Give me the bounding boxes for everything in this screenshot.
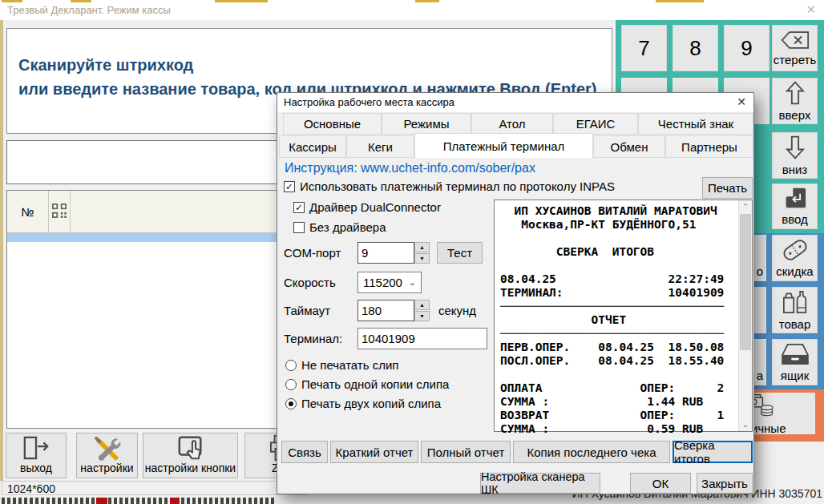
keypad-digit-8[interactable]: 8 xyxy=(673,25,718,71)
driver-label: Драйвер DualConnector xyxy=(309,200,441,214)
enter-label: ввод xyxy=(782,213,808,226)
scanner-settings-button[interactable]: Настройка сканера ШК xyxy=(480,473,600,494)
timeout-units: секунд xyxy=(438,304,476,317)
discount-pill-icon xyxy=(781,239,810,264)
arrow-down-icon xyxy=(785,135,806,163)
discount-label: скидка xyxy=(776,265,813,278)
terminal-input[interactable] xyxy=(357,328,487,349)
receipt-text: ИП ХУСАИНОВ ВИТАЛИЙ МАРАТОВИЧ Москва,ПР-… xyxy=(495,200,752,436)
top-edge-decoration xyxy=(71,0,91,2)
print-button[interactable]: Печать xyxy=(702,177,753,199)
terminal-label: Терминал: xyxy=(284,332,342,345)
radio-two-copies[interactable]: Печать двух копий слипа xyxy=(285,397,441,410)
spin-up-icon[interactable]: ▲ xyxy=(414,300,430,310)
tab-payment-terminal[interactable]: Платежный терминал xyxy=(414,133,593,158)
tab-rezhimy[interactable]: Режимы xyxy=(382,113,471,135)
button-settings-button[interactable]: настройки кнопки xyxy=(143,433,238,478)
scrollbar-thumb[interactable] xyxy=(740,214,751,350)
tab-atol[interactable]: Атол xyxy=(471,113,553,135)
connect-button[interactable]: Связь xyxy=(281,441,328,463)
tab-kegi[interactable]: Кеги xyxy=(346,135,414,158)
full-report-button[interactable]: Полный отчет xyxy=(421,441,511,463)
products-icon xyxy=(781,290,810,317)
close-button[interactable]: Закрыть xyxy=(697,473,753,494)
no-driver-label: Без драйвера xyxy=(309,220,386,234)
tools-icon xyxy=(91,433,123,462)
window-titlebar: Трезвый Декларант. Режим кассы ✕ xyxy=(0,0,824,20)
speed-select[interactable]: 115200 ⌄ xyxy=(357,272,422,293)
spin-down-icon[interactable]: ▼ xyxy=(414,311,430,321)
tab-kassiry[interactable]: Кассиры xyxy=(279,135,346,158)
spin-down-icon[interactable]: ▼ xyxy=(414,253,430,264)
test-button[interactable]: Тест xyxy=(437,242,483,264)
exit-button[interactable]: выход xyxy=(6,433,67,478)
radio-one-copy-label: Печать одной копии слипа xyxy=(301,377,449,391)
qr-code-icon xyxy=(52,204,67,220)
exit-door-icon xyxy=(21,433,51,462)
dialog-titlebar: Настройка рабочего места кассира ✕ xyxy=(277,93,753,112)
checkbox-unchecked-icon xyxy=(293,222,305,233)
use-terminal-checkbox[interactable]: ✓ Использовать платежный терминал по про… xyxy=(284,179,615,193)
keypad-digit-9[interactable]: 9 xyxy=(724,25,769,71)
button-settings-label: настройки кнопки xyxy=(145,462,236,474)
drawer-button[interactable]: ящик xyxy=(772,339,818,385)
com-port-spinner[interactable]: ▲▼ xyxy=(414,242,430,264)
exit-button-label: выход xyxy=(20,462,52,474)
top-edge-decoration xyxy=(656,0,704,2)
tab-chestny-znak[interactable]: Честный знак xyxy=(638,113,753,135)
timeout-spinner[interactable]: ▲▼ xyxy=(414,300,430,321)
com-port-input[interactable] xyxy=(357,242,414,264)
product-button[interactable]: товар xyxy=(772,287,818,333)
top-edge-decoration xyxy=(415,0,439,2)
erase-label: стереть xyxy=(774,54,816,67)
copy-last-receipt-button[interactable]: Копия последнего чека xyxy=(513,441,670,463)
settings-button-label: настройки xyxy=(80,462,133,474)
scroll-down-icon[interactable]: ⌄ xyxy=(739,418,752,431)
short-report-button[interactable]: Краткий отчет xyxy=(330,441,418,463)
instruction-link[interactable]: Инструкция: www.uchet-info.com/sober/pax xyxy=(285,161,535,175)
no-driver-checkbox[interactable]: Без драйвера xyxy=(293,220,386,234)
tab-partnery[interactable]: Партнеры xyxy=(665,135,753,158)
radio-no-slip[interactable]: Не печатать слип xyxy=(285,358,398,372)
cash-drawer-icon xyxy=(781,343,810,369)
window-close-icon[interactable]: ✕ xyxy=(806,2,816,17)
window-title: Трезвый Декларант. Режим кассы xyxy=(7,4,171,16)
up-label: вверх xyxy=(779,109,811,122)
chevron-down-icon: ⌄ xyxy=(409,277,416,288)
top-edge-decoration xyxy=(2,0,22,2)
receipt-scrollbar[interactable]: ⌃ ⌄ xyxy=(738,200,752,431)
enter-button[interactable]: ввод xyxy=(772,183,818,229)
down-button[interactable]: вниз xyxy=(772,132,818,179)
up-button[interactable]: вверх xyxy=(772,78,818,124)
spin-up-icon[interactable]: ▲ xyxy=(414,242,430,252)
driver-checkbox[interactable]: ✓ Драйвер DualConnector xyxy=(293,200,441,214)
drawer-label: ящик xyxy=(781,369,809,382)
reconcile-totals-button[interactable]: Сверка итогов xyxy=(673,441,753,463)
tab-osnovnye[interactable]: Основные xyxy=(283,113,382,135)
checkbox-checked-icon: ✓ xyxy=(284,181,295,192)
backspace-icon xyxy=(781,30,810,53)
discount-button[interactable]: скидка xyxy=(772,235,818,281)
ok-button[interactable]: ОК xyxy=(630,473,691,494)
scroll-up-icon[interactable]: ⌃ xyxy=(739,200,752,213)
speed-label: Скорость xyxy=(284,276,336,289)
tab-egais[interactable]: ЕГАИС xyxy=(553,113,638,135)
cashier-settings-dialog: Настройка рабочего места кассира ✕ Основ… xyxy=(277,92,754,494)
radio-one-copy[interactable]: Печать одной копии слипа xyxy=(285,377,449,391)
timeout-label: Таймаут xyxy=(284,304,330,317)
settings-button[interactable]: настройки xyxy=(76,433,138,478)
clipped-log-row xyxy=(2,498,274,504)
status-resolution: 1024*600 xyxy=(7,482,55,495)
erase-button[interactable]: стереть xyxy=(772,25,818,71)
timeout-input[interactable] xyxy=(357,300,414,321)
use-terminal-label: Использовать платежный терминал по прото… xyxy=(300,179,615,193)
product-label: товар xyxy=(779,318,811,331)
receipt-preview: ИП ХУСАИНОВ ВИТАЛИЙ МАРАТОВИЧ Москва,ПР-… xyxy=(494,200,753,432)
left-edge-strip xyxy=(0,20,3,481)
down-label: вниз xyxy=(782,163,808,176)
com-port-label: COM-порт xyxy=(284,246,341,260)
dialog-close-icon[interactable]: ✕ xyxy=(737,95,746,108)
tab-obmen[interactable]: Обмен xyxy=(593,135,665,158)
scan-prompt-line1: Сканируйте штрихкод xyxy=(18,56,193,75)
keypad-digit-7[interactable]: 7 xyxy=(621,25,667,71)
